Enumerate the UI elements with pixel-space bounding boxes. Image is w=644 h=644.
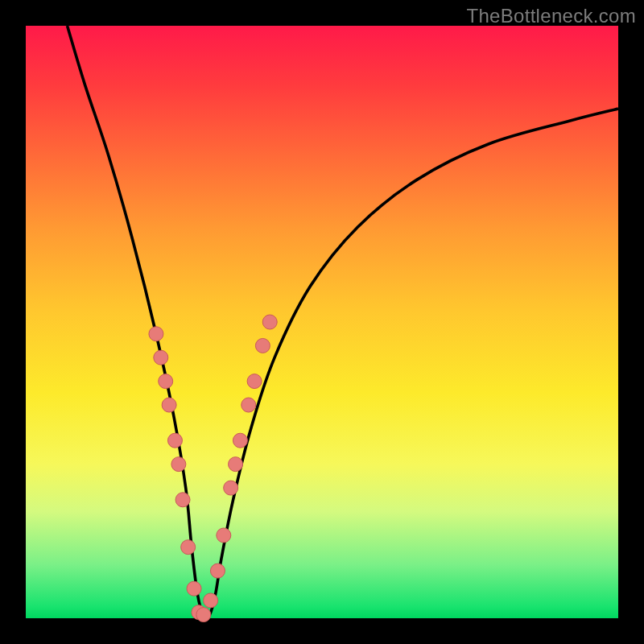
- marker-dot: [162, 398, 176, 412]
- chart-frame: TheBottleneck.com: [0, 0, 644, 644]
- marker-dot: [210, 564, 225, 578]
- bottleneck-curve: [68, 26, 618, 618]
- marker-dot: [149, 327, 163, 341]
- marker-dot: [233, 433, 247, 448]
- marker-dot: [171, 457, 186, 472]
- highlighted-points: [149, 315, 277, 622]
- marker-dot: [175, 493, 190, 507]
- marker-dot: [187, 581, 201, 596]
- marker-dot: [196, 608, 211, 622]
- chart-svg: [26, 26, 618, 618]
- marker-dot: [154, 350, 168, 365]
- marker-dot: [217, 528, 231, 543]
- marker-dot: [181, 540, 196, 555]
- marker-dot: [159, 374, 173, 389]
- marker-dot: [224, 481, 238, 495]
- watermark-text: TheBottleneck.com: [466, 5, 636, 27]
- marker-dot: [229, 457, 243, 472]
- marker-dot: [242, 398, 256, 412]
- marker-dot: [204, 593, 218, 608]
- marker-dot: [167, 433, 182, 448]
- marker-dot: [247, 374, 262, 389]
- marker-dot: [262, 315, 277, 329]
- marker-dot: [255, 338, 270, 353]
